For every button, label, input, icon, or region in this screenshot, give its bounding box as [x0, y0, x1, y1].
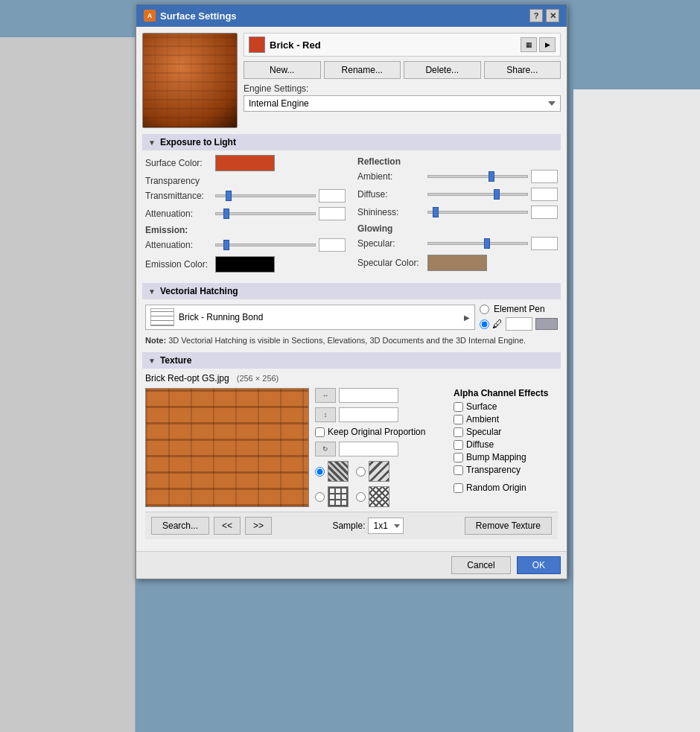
share-button[interactable]: Share...: [484, 61, 561, 79]
texture-rotation-input[interactable]: 0.00°: [339, 442, 398, 456]
alpha-ambient-row: Ambient: [454, 414, 558, 424]
emission-attenuation-input[interactable]: 0: [319, 238, 346, 252]
alpha-transparency-checkbox[interactable]: [454, 465, 463, 475]
surface-settings-dialog: A Surface Settings ? ✕ Brick - Red ▦ ▶: [136, 4, 567, 579]
alpha-specular-checkbox[interactable]: [454, 427, 463, 437]
alpha-diffuse-checkbox[interactable]: [454, 440, 463, 450]
search-button[interactable]: Search...: [151, 517, 209, 535]
engine-select[interactable]: Internal EngineCineRender Engine: [244, 95, 561, 112]
arrow-icon-btn[interactable]: ▶: [539, 37, 556, 52]
height-icon: ↕: [315, 407, 336, 422]
transmittance-input[interactable]: 0: [319, 189, 346, 203]
pen-value-row: 🖊 102: [480, 317, 558, 331]
transmittance-label: Transmittance:: [145, 191, 212, 201]
transmittance-slider[interactable]: [215, 194, 316, 197]
alpha-ambient-checkbox[interactable]: [454, 415, 463, 424]
specular-slider[interactable]: [427, 242, 528, 245]
diffuse-input[interactable]: 80: [531, 188, 558, 201]
random-origin-section: Random Origin: [454, 483, 558, 493]
vectorial-section: ▼ Vectorial Hatching Brick - Running Bon…: [142, 283, 561, 352]
exposure-right-col: Reflection Ambient: 63 Diffuse: 80: [357, 155, 558, 277]
rename-button[interactable]: Rename...: [324, 61, 401, 79]
pattern-radio-2[interactable]: [356, 467, 366, 477]
specular-color-swatch[interactable]: [427, 255, 487, 271]
emission-color-swatch[interactable]: [215, 256, 275, 273]
alpha-specular-label: Specular: [466, 427, 501, 437]
diffuse-slider[interactable]: [427, 193, 528, 196]
texture-icon-btn[interactable]: ▦: [521, 37, 537, 52]
texture-section: ▼ Texture Brick Red-opt GS.jpg (256 × 25…: [142, 352, 561, 545]
dialog-footer: Cancel OK: [136, 551, 567, 579]
texture-height-input[interactable]: 600: [339, 407, 398, 422]
shininess-label: Shininess:: [357, 207, 424, 217]
hatch-selector[interactable]: Brick - Running Bond ▶: [145, 305, 475, 330]
delete-button[interactable]: Delete...: [404, 61, 481, 79]
texture-section-body: Brick Red-opt GS.jpg (256 × 256) ↔ 703: [142, 373, 561, 545]
exposure-title: Exposure to Light: [160, 137, 236, 147]
ambient-slider[interactable]: [427, 175, 528, 178]
prev-button[interactable]: <<: [214, 517, 241, 535]
surface-color-swatch[interactable]: [215, 155, 275, 171]
pattern-radio-1[interactable]: [315, 467, 325, 477]
element-pen-label: Element Pen: [494, 304, 545, 314]
pen-value-input[interactable]: 102: [506, 317, 532, 331]
dialog-content: Brick - Red ▦ ▶ New... Rename... Delete.…: [136, 27, 567, 551]
transparency-label: Transparency: [145, 176, 212, 186]
alpha-surface-checkbox[interactable]: [454, 402, 463, 412]
pattern-col-1: [315, 461, 349, 507]
element-pen-radio[interactable]: [480, 305, 489, 314]
sample-label: Sample:: [332, 521, 365, 531]
next-button[interactable]: >>: [245, 517, 272, 535]
exposure-section-header[interactable]: ▼ Exposure to Light: [142, 134, 561, 150]
emission-attenuation-slider[interactable]: [215, 244, 316, 246]
help-button[interactable]: ?: [529, 9, 543, 22]
pattern-swatch-3[interactable]: [328, 486, 349, 507]
close-button[interactable]: ✕: [546, 9, 559, 22]
pattern-swatch-1[interactable]: [328, 461, 349, 482]
ambient-input[interactable]: 63: [531, 170, 558, 183]
pattern-swatch-2[interactable]: [369, 461, 389, 482]
custom-pen-radio[interactable]: [480, 319, 489, 329]
specular-row: Specular: 54: [357, 237, 558, 250]
pen-color-swatch[interactable]: [535, 318, 558, 330]
shininess-row: Shininess: 0: [357, 206, 558, 219]
attenuation-input[interactable]: 0: [319, 207, 346, 220]
transparency-row: Transparency: [145, 176, 346, 186]
texture-width-input[interactable]: 703: [339, 388, 398, 403]
specular-input[interactable]: 54: [531, 237, 558, 250]
pattern-radio-4[interactable]: [356, 492, 366, 502]
keep-proportion-checkbox[interactable]: [315, 427, 325, 437]
exposure-section-body: Surface Color: Transparency Transmittanc…: [142, 155, 561, 283]
random-origin-checkbox[interactable]: [454, 483, 463, 493]
vectorial-section-header[interactable]: ▼ Vectorial Hatching: [142, 283, 561, 299]
action-buttons: New... Rename... Delete... Share...: [244, 61, 561, 79]
shininess-slider[interactable]: [427, 211, 528, 214]
ok-button[interactable]: OK: [517, 556, 561, 574]
pattern-swatch-4[interactable]: [369, 486, 389, 507]
exposure-section: ▼ Exposure to Light Surface Color: Tra: [142, 134, 561, 283]
pattern-radio-3[interactable]: [315, 492, 325, 502]
emission-attenuation-row: Attenuation: 0: [145, 238, 346, 252]
cancel-button[interactable]: Cancel: [451, 556, 510, 574]
alpha-surface-label: Surface: [466, 401, 497, 412]
exposure-left-col: Surface Color: Transparency Transmittanc…: [145, 155, 346, 277]
shininess-input[interactable]: 0: [531, 206, 558, 219]
dialog-titlebar: A Surface Settings ? ✕: [136, 4, 567, 27]
vectorial-arrow-icon: ▼: [148, 287, 156, 296]
emission-label: Emission:: [145, 225, 346, 235]
sample-select[interactable]: 1x1 2x2 4x4: [368, 518, 404, 534]
hatch-name: Brick - Running Bond: [179, 312, 459, 322]
engine-label: Engine Settings:: [244, 83, 561, 94]
attenuation-slider[interactable]: [215, 212, 316, 215]
new-button[interactable]: New...: [244, 61, 321, 79]
top-right-panel: Brick - Red ▦ ▶ New... Rename... Delete.…: [244, 33, 561, 128]
remove-texture-button[interactable]: Remove Texture: [465, 517, 552, 535]
texture-section-header[interactable]: ▼ Texture: [142, 352, 561, 369]
specular-color-label: Specular Color:: [357, 258, 424, 268]
top-row: Brick - Red ▦ ▶ New... Rename... Delete.…: [142, 33, 561, 128]
alpha-channel-col: Alpha Channel Effects Surface Ambient Sp…: [454, 388, 558, 507]
alpha-bump-checkbox[interactable]: [454, 453, 463, 462]
material-color-swatch[interactable]: [249, 36, 265, 53]
pen-icon: 🖊: [492, 318, 503, 330]
texture-preview: [145, 388, 309, 507]
